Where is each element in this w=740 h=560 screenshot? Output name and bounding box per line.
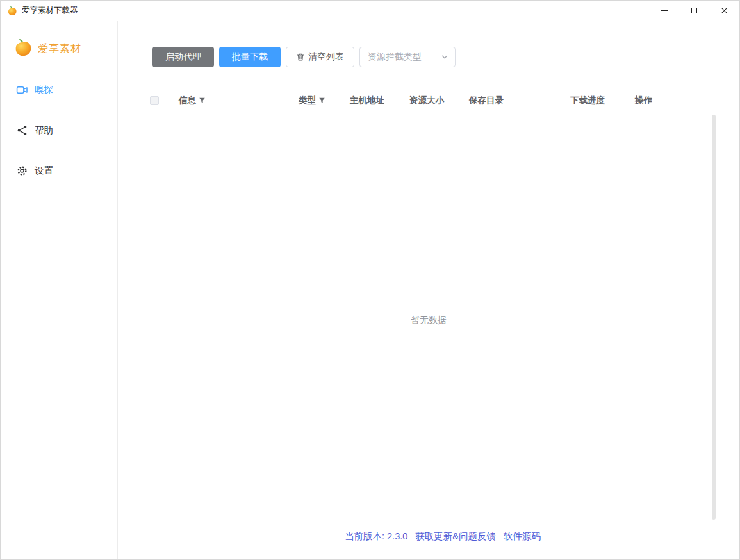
start-proxy-button[interactable]: 启动代理	[152, 47, 214, 67]
main-content: 启动代理 批量下载 清空列表 资源拦截类型	[118, 21, 739, 559]
gear-icon	[16, 165, 28, 177]
sidebar-item-settings[interactable]: 设置	[16, 165, 117, 177]
video-camera-icon	[16, 84, 28, 96]
minimize-button[interactable]	[649, 1, 679, 21]
window-title: 爱享素材下载器	[22, 5, 78, 16]
sidebar-item-sniff[interactable]: 嗅探	[16, 84, 117, 96]
feedback-link[interactable]: 获取更新&问题反馈	[415, 531, 496, 543]
column-header-actions: 操作	[635, 95, 652, 106]
sidebar-item-label: 设置	[35, 165, 53, 177]
trash-icon	[296, 53, 305, 62]
close-icon	[721, 7, 728, 14]
toolbar: 启动代理 批量下载 清空列表 资源拦截类型	[152, 47, 739, 67]
batch-download-button[interactable]: 批量下载	[219, 47, 281, 67]
resource-type-select[interactable]: 资源拦截类型	[359, 47, 456, 67]
filter-icon[interactable]	[199, 97, 206, 104]
maximize-button[interactable]	[679, 1, 709, 21]
clear-list-label: 清空列表	[308, 51, 344, 63]
column-header-save-dir: 保存目录	[469, 95, 504, 106]
scrollbar[interactable]	[712, 115, 716, 520]
sidebar-item-label: 嗅探	[35, 84, 53, 96]
column-header-host: 主机地址	[350, 95, 384, 106]
empty-text: 暂无数据	[411, 315, 447, 326]
mango-logo-icon	[7, 6, 17, 16]
column-header-info: 信息	[179, 95, 196, 106]
footer: 当前版本: 2.3.0 获取更新&问题反馈 软件源码	[145, 531, 740, 559]
source-link[interactable]: 软件源码	[504, 531, 541, 543]
sidebar-logo: 爱享素材	[13, 38, 117, 60]
column-header-size: 资源大小	[409, 95, 444, 106]
table-body: 暂无数据	[145, 110, 712, 531]
sidebar-nav: 嗅探 帮助	[13, 84, 117, 177]
chevron-down-icon	[441, 53, 448, 61]
close-button[interactable]	[709, 1, 739, 21]
share-icon	[16, 124, 28, 136]
column-header-progress: 下载进度	[570, 95, 605, 106]
select-all-checkbox[interactable]	[150, 96, 159, 105]
table-header: 信息 类型 主机地址 资源大小 保存	[145, 91, 712, 110]
filter-icon[interactable]	[318, 97, 325, 104]
titlebar: 爱享素材下载器	[1, 1, 739, 21]
column-header-type: 类型	[299, 95, 316, 106]
maximize-icon	[691, 8, 697, 13]
sidebar-item-label: 帮助	[35, 124, 53, 136]
mango-logo-icon	[13, 38, 33, 60]
clear-list-button[interactable]: 清空列表	[286, 47, 354, 67]
app-window: 爱享素材下载器	[0, 0, 740, 560]
minimize-icon	[661, 10, 668, 11]
logo-text: 爱享素材	[38, 42, 81, 56]
version-text: 当前版本: 2.3.0	[345, 531, 407, 543]
sidebar-item-help[interactable]: 帮助	[16, 124, 117, 136]
sidebar: 爱享素材 嗅探	[1, 21, 118, 559]
window-controls	[649, 1, 739, 21]
select-placeholder: 资源拦截类型	[368, 51, 422, 63]
